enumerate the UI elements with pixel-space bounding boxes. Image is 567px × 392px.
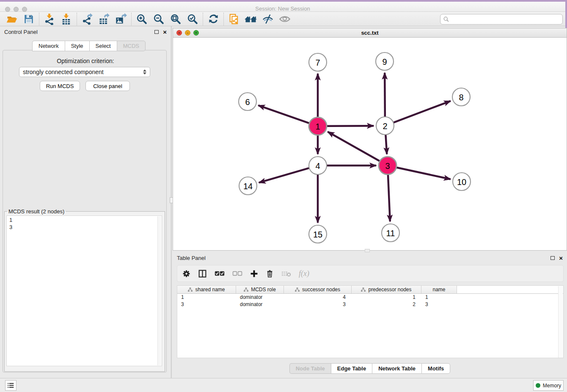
zoom-in-button[interactable] [133, 12, 150, 26]
tab-motifs[interactable]: Motifs [421, 363, 450, 374]
add-column-icon [250, 270, 258, 278]
memory-button[interactable]: Memory [533, 380, 564, 391]
tab-node-table[interactable]: Node Table [289, 363, 331, 374]
table-scrollbar[interactable] [558, 286, 563, 358]
delete-table-button[interactable] [281, 271, 291, 277]
open-file-button[interactable] [3, 12, 20, 26]
clone-network-button[interactable] [226, 12, 242, 26]
zoom-fit-button[interactable] [167, 12, 184, 26]
edge-3-10[interactable] [396, 167, 451, 179]
delete-table-icon [281, 271, 291, 277]
show-eye-button[interactable] [276, 12, 293, 26]
cell-MCDS-role[interactable]: dominator [236, 294, 284, 301]
search-input[interactable] [449, 16, 562, 22]
column-header-shared-name[interactable]: shared name [177, 286, 236, 293]
table-row[interactable]: 3dominator323 [177, 301, 563, 308]
add-column-button[interactable] [250, 270, 258, 278]
cell-successor-nodes[interactable]: 4 [284, 294, 352, 301]
export-table-button[interactable] [96, 12, 113, 26]
cell-predecessor-nodes[interactable]: 2 [352, 301, 421, 308]
function-builder-button[interactable]: f(x) [299, 269, 309, 278]
home-layout-button[interactable] [242, 12, 259, 26]
column-label: name [432, 287, 445, 293]
edge-2-9[interactable] [385, 73, 385, 117]
edge-4-14[interactable] [259, 168, 309, 183]
hide-eye-button[interactable] [259, 12, 276, 26]
toolbar-separator [203, 13, 203, 25]
network-view-titlebar: × − + scc.txt [173, 28, 567, 38]
tab-select[interactable]: Select [89, 41, 117, 51]
export-image-button[interactable] [113, 12, 129, 26]
float-panel-icon[interactable] [154, 30, 159, 34]
node-label-6: 6 [245, 97, 250, 107]
select-stepper-icon [143, 69, 146, 75]
column-header-name[interactable]: name [421, 286, 457, 293]
hierarchy-icon [244, 287, 248, 292]
close-panel-button[interactable]: Close panel [85, 81, 130, 91]
table-row[interactable]: 1dominator411 [177, 294, 563, 301]
tab-edge-table[interactable]: Edge Table [331, 363, 372, 374]
tab-mcds[interactable]: MCDS [117, 41, 146, 51]
node-table[interactable]: shared nameMCDS rolesuccessor nodesprede… [177, 285, 564, 358]
network-canvas[interactable]: 7968124314101511 [173, 38, 567, 250]
node-label-3: 3 [385, 161, 390, 171]
search-box[interactable] [440, 14, 563, 25]
export-table-icon [98, 13, 110, 25]
zoom-selected-button[interactable] [184, 12, 201, 26]
column-header-MCDS-role[interactable]: MCDS role [236, 286, 284, 293]
delete-button[interactable] [266, 270, 274, 278]
select-all-button[interactable] [215, 271, 225, 276]
close-table-panel-icon[interactable]: × [559, 255, 563, 261]
column-label: predecessor nodes [368, 287, 411, 293]
import-network-button[interactable] [41, 12, 58, 26]
cell-successor-nodes[interactable]: 3 [284, 301, 352, 308]
gear-button[interactable] [182, 270, 190, 278]
gear-icon [182, 270, 190, 278]
columns-icon [198, 269, 207, 278]
float-table-panel-icon[interactable] [550, 256, 555, 260]
edge-1-6[interactable] [258, 105, 309, 123]
horizontal-splitter-handle[interactable] [365, 249, 370, 252]
mcds-result-title: MCDS result (2 nodes) [7, 208, 66, 215]
task-history-button[interactable] [5, 380, 17, 391]
criterion-select[interactable]: strongly connected component [19, 67, 150, 77]
network-view-title: scc.txt [173, 30, 567, 36]
node-table-rows: 1dominator4113dominator323 [177, 294, 563, 308]
run-mcds-button[interactable]: Run MCDS [40, 81, 80, 91]
table-panel-tabs: Node TableEdge TableNetwork TableMotifs [173, 363, 567, 374]
refresh-button[interactable] [205, 12, 222, 26]
close-panel-icon[interactable]: × [163, 29, 167, 35]
node-table-header: shared nameMCDS rolesuccessor nodesprede… [177, 286, 563, 294]
tab-network-table[interactable]: Network Table [372, 363, 421, 374]
edge-2-8[interactable] [394, 101, 451, 123]
table-toolbar: f(x) [177, 265, 564, 282]
column-header-predecessor-nodes[interactable]: predecessor nodes [352, 286, 421, 293]
cell-MCDS-role[interactable]: dominator [236, 301, 284, 308]
network-view-window: × − + scc.txt 7968124314101511 [173, 28, 567, 251]
save-session-button[interactable] [20, 12, 37, 26]
edge-1-2[interactable] [327, 126, 374, 126]
toolbar-separator [131, 13, 132, 25]
tab-network[interactable]: Network [32, 41, 65, 51]
clone-network-icon [228, 13, 240, 25]
tab-style[interactable]: Style [65, 41, 89, 51]
columns-button[interactable] [198, 269, 207, 278]
edge-3-11[interactable] [388, 174, 390, 221]
cell-shared-name[interactable]: 3 [177, 301, 236, 308]
column-header-successor-nodes[interactable]: successor nodes [284, 286, 352, 293]
deselect-all-button[interactable] [232, 271, 242, 276]
cell-predecessor-nodes[interactable]: 1 [352, 294, 421, 301]
cell-shared-name[interactable]: 1 [177, 294, 236, 301]
cell-name[interactable]: 3 [421, 301, 457, 308]
show-eye-icon [278, 13, 291, 25]
zoom-out-button[interactable] [150, 12, 167, 26]
edge-3-1[interactable] [328, 132, 380, 161]
export-network-button[interactable] [79, 12, 96, 26]
mcds-result-text[interactable]: 1 3 [6, 215, 162, 366]
hide-eye-icon [262, 13, 274, 25]
cell-name[interactable]: 1 [421, 294, 457, 301]
mcds-result-scrollbar[interactable] [157, 216, 161, 365]
import-table-button[interactable] [58, 12, 75, 26]
edge-2-3[interactable] [385, 135, 387, 154]
column-label: MCDS role [251, 287, 276, 293]
